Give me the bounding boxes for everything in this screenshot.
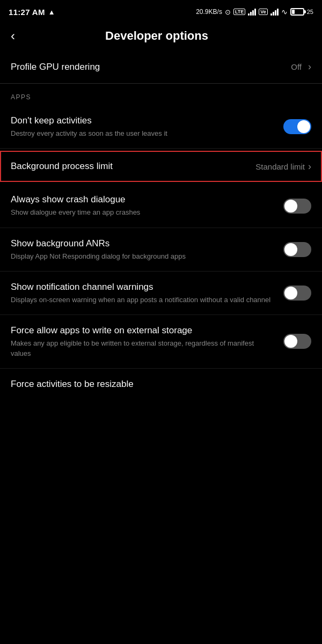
battery-text: 25 xyxy=(307,9,313,15)
warning-icon: ▲ xyxy=(48,8,55,16)
setting-row-notif-channel[interactable]: Show notification channel warnings Displ… xyxy=(0,272,322,315)
storage-desc: Makes any app eligible to be written to … xyxy=(11,339,275,358)
clock-icon: ⊙ xyxy=(225,8,231,16)
storage-toggle-knob xyxy=(284,335,297,348)
setting-text-dont-keep: Don't keep activities Destroy every acti… xyxy=(11,115,283,138)
setting-row-external-storage[interactable]: Force allow apps to write on external st… xyxy=(0,315,322,368)
notif-toggle-knob xyxy=(284,287,297,299)
dont-keep-toggle-knob xyxy=(297,120,310,133)
crash-toggle[interactable] xyxy=(283,199,311,214)
setting-text-crash: Always show crash dialogue Show dialogue… xyxy=(11,194,283,217)
notif-desc: Displays on-screen warning when an app p… xyxy=(11,295,275,305)
setting-text-anrs: Show background ANRs Display App Not Res… xyxy=(11,238,283,261)
notif-title: Show notification channel warnings xyxy=(11,281,275,293)
bg-limit-chevron: › xyxy=(308,161,311,172)
network-speed: 20.9KB/s xyxy=(196,8,222,16)
page-title: Developer options xyxy=(24,29,290,43)
setting-text-notif: Show notification channel warnings Displ… xyxy=(11,281,283,305)
profile-gpu-label: Profile GPU rendering xyxy=(11,62,100,72)
setting-text-storage: Force allow apps to write on external st… xyxy=(11,325,283,358)
anrs-toggle-knob xyxy=(284,243,297,256)
crash-title: Always show crash dialogue xyxy=(11,194,275,206)
dont-keep-toggle[interactable] xyxy=(283,119,311,134)
anrs-toggle[interactable] xyxy=(283,242,311,257)
profile-gpu-chevron: › xyxy=(308,61,311,72)
resizable-title: Force activities to be resizable xyxy=(11,378,303,390)
setting-row-crash-dialogue[interactable]: Always show crash dialogue Show dialogue… xyxy=(0,184,322,228)
storage-title: Force allow apps to write on external st… xyxy=(11,325,275,336)
dont-keep-desc: Destroy every activity as soon as the us… xyxy=(11,129,275,138)
time-display: 11:27 AM xyxy=(9,8,45,17)
setting-text-resizable: Force activities to be resizable xyxy=(11,378,311,390)
battery-fill xyxy=(292,10,295,14)
bg-limit-title: Background process limit xyxy=(11,160,247,172)
anrs-desc: Display App Not Responding dialog for ba… xyxy=(11,252,275,261)
battery-icon xyxy=(290,8,304,16)
status-left: 11:27 AM ▲ xyxy=(9,8,55,17)
signal-bars-2 xyxy=(270,8,279,16)
profile-gpu-value: Off xyxy=(291,62,302,71)
notif-toggle[interactable] xyxy=(283,286,311,301)
wifi-icon: ∿ xyxy=(281,8,288,16)
anrs-title: Show background ANRs xyxy=(11,238,275,250)
status-bar: 11:27 AM ▲ 20.9KB/s ⊙ LTE Ve ∿ 25 xyxy=(0,0,322,21)
setting-row-bg-anrs[interactable]: Show background ANRs Display App Not Res… xyxy=(0,228,322,272)
volte-badge: Ve xyxy=(259,9,268,15)
setting-text-bg-limit: Background process limit xyxy=(11,160,255,172)
profile-gpu-row[interactable]: Profile GPU rendering Off › xyxy=(0,50,322,83)
dont-keep-title: Don't keep activities xyxy=(11,115,275,127)
back-button[interactable]: ‹ xyxy=(11,30,15,42)
apps-section-label: APPS xyxy=(0,84,322,105)
page-header: ‹ Developer options xyxy=(0,21,322,50)
bg-limit-value: Standard limit xyxy=(255,162,305,171)
setting-row-resizable[interactable]: Force activities to be resizable xyxy=(0,369,322,400)
setting-row-background-process-limit[interactable]: Background process limit Standard limit … xyxy=(0,151,322,182)
crash-desc: Show dialogue every time an app crashes xyxy=(11,208,275,217)
storage-toggle[interactable] xyxy=(283,334,311,349)
status-right: 20.9KB/s ⊙ LTE Ve ∿ 25 xyxy=(196,8,313,16)
lte-badge: LTE xyxy=(233,9,245,15)
profile-gpu-right: Off › xyxy=(291,61,311,72)
crash-toggle-knob xyxy=(284,200,297,213)
signal-bars-1 xyxy=(248,8,256,16)
setting-row-dont-keep-activities[interactable]: Don't keep activities Destroy every acti… xyxy=(0,105,322,149)
